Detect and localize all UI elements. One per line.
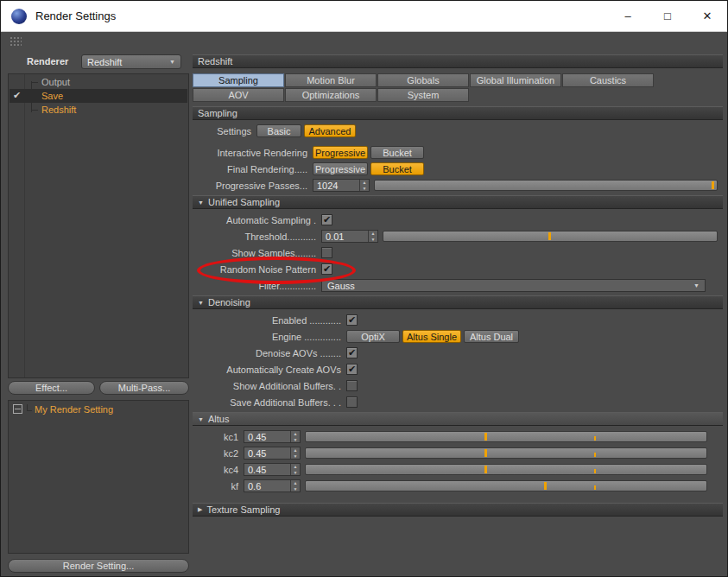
maximize-button[interactable]: □	[648, 1, 687, 31]
kf-label: kf	[198, 481, 238, 491]
button-label: Advanced	[309, 126, 351, 136]
render-settings-window: Render Settings – □ ✕ Renderer Redshift …	[0, 0, 728, 577]
show-samples-label: Show Samples........	[198, 248, 316, 258]
random-noise-pattern-checkbox[interactable]: ✔	[321, 263, 332, 275]
denoising-section-header[interactable]: ▼ Denoising	[193, 295, 723, 309]
tab-caustics[interactable]: Caustics	[562, 73, 654, 87]
stepper[interactable]: ▲ ▼	[290, 431, 300, 442]
filter-dropdown[interactable]: Gauss ▼	[321, 279, 706, 292]
stepper-up-icon[interactable]: ▲	[291, 480, 300, 486]
stepper-up-icon[interactable]: ▲	[369, 231, 377, 237]
slider-marker[interactable]	[712, 181, 714, 189]
settings-row: Settings Basic Advanced	[198, 124, 718, 137]
kc2-slider[interactable]	[305, 447, 707, 459]
denoise-enabled-checkbox[interactable]: ✔	[346, 314, 358, 326]
final-bucket-button[interactable]: Bucket	[370, 162, 424, 175]
random-noise-pattern-row: Random Noise Pattern ✔	[198, 263, 718, 276]
progressive-passes-row: Progressive Passes... 1024 ▲ ▼	[198, 179, 718, 192]
kc4-slider[interactable]	[305, 464, 707, 475]
stepper-down-icon[interactable]: ▼	[369, 237, 377, 243]
stepper-up-icon[interactable]: ▲	[291, 464, 300, 470]
texture-sampling-section-header[interactable]: ▶ Texture Sampling	[193, 503, 723, 517]
tree-item-output[interactable]: Output	[9, 75, 187, 89]
my-render-setting-item[interactable]: My Render Setting	[9, 402, 187, 416]
effect-button-label: Effect...	[35, 383, 67, 393]
threshold-field[interactable]: 0.01 ▲ ▼	[321, 230, 378, 243]
tab-optimizations[interactable]: Optimizations	[285, 88, 377, 102]
kf-slider[interactable]	[305, 480, 707, 491]
tree-item-redshift[interactable]: Redshift	[9, 103, 187, 117]
close-button[interactable]: ✕	[687, 1, 727, 31]
render-setting-icon	[13, 404, 22, 414]
check-icon: ✔	[348, 347, 356, 358]
interactive-bucket-button[interactable]: Bucket	[370, 146, 424, 159]
stepper-up-icon[interactable]: ▲	[291, 431, 300, 437]
save-additional-buffers-checkbox[interactable]: ✔	[346, 396, 358, 408]
altus-section-header[interactable]: ▼ Altus	[193, 412, 723, 426]
minimize-button[interactable]: –	[608, 1, 648, 31]
slider-marker[interactable]	[544, 482, 547, 490]
settings-basic-button[interactable]: Basic	[256, 124, 301, 137]
stepper-up-icon[interactable]: ▲	[360, 180, 369, 186]
chevron-down-icon: ▼	[169, 59, 175, 65]
tree-item-save[interactable]: ✔ Save	[9, 89, 187, 103]
slider-marker[interactable]	[484, 449, 487, 457]
slider-marker[interactable]	[484, 466, 487, 473]
render-setting-button[interactable]: Render Setting...	[8, 559, 189, 573]
sidebar: Renderer Redshift ▼ Output ✔ Save Redshi…	[8, 54, 189, 574]
engine-altus-dual-button[interactable]: Altus Dual	[464, 330, 519, 343]
tab-label: Sampling	[218, 75, 258, 86]
interactive-progressive-button[interactable]: Progressive	[313, 146, 368, 159]
stepper-down-icon[interactable]: ▼	[291, 470, 300, 476]
engine-optix-button[interactable]: OptiX	[346, 330, 400, 343]
final-progressive-button[interactable]: Progressive	[313, 162, 368, 175]
tab-system[interactable]: System	[377, 88, 469, 102]
engine-altus-single-button[interactable]: Altus Single	[402, 330, 461, 343]
kf-field[interactable]: 0.6 ▲ ▼	[244, 479, 301, 492]
unified-sampling-section-header[interactable]: ▼ Unified Sampling	[193, 195, 723, 209]
check-icon[interactable]: ✔	[13, 90, 21, 101]
slider-marker[interactable]	[548, 232, 551, 240]
stepper-down-icon[interactable]: ▼	[360, 186, 369, 192]
renderer-dropdown[interactable]: Redshift ▼	[81, 54, 181, 69]
kc1-slider[interactable]	[305, 431, 707, 442]
stepper-down-icon[interactable]: ▼	[291, 486, 300, 492]
stepper[interactable]: ▲ ▼	[359, 180, 369, 191]
stepper-up-icon[interactable]: ▲	[291, 447, 300, 453]
kc4-field[interactable]: 0.45 ▲ ▼	[244, 463, 301, 476]
show-samples-checkbox[interactable]: ✔	[321, 247, 332, 258]
tab-motion-blur[interactable]: Motion Blur	[285, 73, 377, 87]
threshold-slider[interactable]	[383, 231, 718, 242]
tab-globals[interactable]: Globals	[377, 73, 469, 87]
redshift-section-title: Redshift	[198, 56, 232, 67]
tab-label: System	[408, 90, 440, 100]
automatic-sampling-checkbox[interactable]: ✔	[321, 214, 332, 225]
filter-label: Filter..............	[198, 281, 316, 291]
progressive-passes-field[interactable]: 1024 ▲ ▼	[313, 179, 370, 192]
progressive-passes-value: 1024	[313, 180, 359, 191]
unified-sampling-title: Unified Sampling	[208, 197, 280, 207]
stepper[interactable]: ▲ ▼	[290, 447, 300, 459]
auto-create-aovs-checkbox[interactable]: ✔	[346, 364, 358, 375]
stepper[interactable]: ▲ ▼	[290, 464, 300, 475]
kc2-field[interactable]: 0.45 ▲ ▼	[244, 447, 301, 460]
stepper-down-icon[interactable]: ▼	[291, 437, 300, 443]
panel-grip-icon[interactable]	[9, 36, 22, 46]
tab-global-illumination[interactable]: Global Illumination	[470, 73, 561, 87]
kc1-label: kc1	[198, 432, 238, 442]
slider-marker[interactable]	[484, 433, 487, 441]
progressive-passes-slider[interactable]	[374, 180, 718, 191]
stepper[interactable]: ▲ ▼	[368, 231, 377, 242]
title-bar: Render Settings – □ ✕	[1, 1, 727, 32]
effect-button[interactable]: Effect...	[8, 381, 95, 395]
denoise-aovs-checkbox[interactable]: ✔	[346, 347, 358, 358]
altus-title: Altus	[208, 414, 229, 424]
stepper-down-icon[interactable]: ▼	[291, 453, 300, 460]
kc1-field[interactable]: 0.45 ▲ ▼	[244, 430, 301, 443]
tab-aov[interactable]: AOV	[193, 88, 284, 102]
settings-advanced-button[interactable]: Advanced	[304, 124, 356, 137]
multi-pass-button[interactable]: Multi-Pass...	[99, 381, 189, 395]
show-additional-buffers-checkbox[interactable]: ✔	[346, 380, 358, 391]
tab-sampling[interactable]: Sampling	[193, 73, 284, 87]
stepper[interactable]: ▲ ▼	[290, 480, 300, 491]
